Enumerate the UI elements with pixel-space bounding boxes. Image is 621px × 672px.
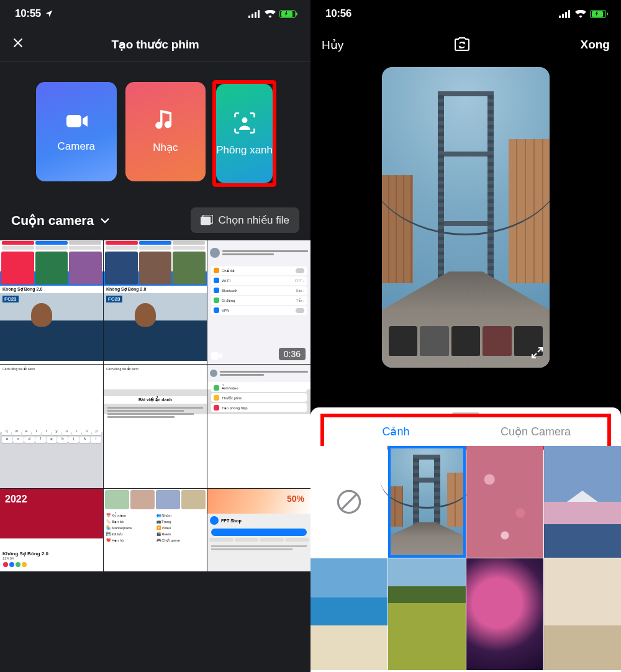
status-time: 10:56 (325, 7, 351, 20)
signal-icon (248, 10, 261, 18)
multi-select-button[interactable]: Chọn nhiều file (191, 207, 299, 233)
preview-area (310, 62, 621, 429)
battery-icon (279, 10, 296, 18)
thumb-badge: FC23 (106, 296, 122, 302)
gallery-thumb[interactable]: Ảnh/video Thước phim Tạo phòng họp (207, 365, 310, 488)
thumb-text: 124,0K (2, 556, 101, 560)
svg-rect-10 (559, 16, 561, 18)
gallery-thumb[interactable]: Cách đăng bài ẩn danh Bài viết ẩn danh (104, 365, 207, 488)
svg-rect-4 (66, 115, 81, 127)
mode-card-label: Nhạc (153, 141, 178, 154)
background-option[interactable] (310, 558, 388, 670)
sheet-handle[interactable] (452, 412, 479, 415)
video-icon (211, 352, 222, 360)
background-option[interactable] (388, 446, 465, 558)
background-option[interactable] (466, 558, 543, 670)
thumb-text: Không Sợ Bóng 2.0 (0, 286, 103, 293)
background-none[interactable] (310, 446, 388, 558)
wifi-icon (575, 10, 586, 18)
location-icon (45, 9, 53, 18)
nav-header: Tạo thước phim (0, 27, 310, 62)
thumb-text: Cách đăng bài ẩn danh (104, 365, 207, 374)
wifi-icon (265, 10, 276, 18)
background-option[interactable] (388, 558, 465, 670)
svg-rect-11 (562, 14, 564, 18)
highlight-green-screen: Phông xanh (214, 82, 274, 185)
editor-nav: Hủy Xong (310, 27, 621, 62)
status-bar: 10:55 (0, 0, 310, 27)
svg-rect-12 (565, 12, 567, 18)
screen-create-reel: 10:55 Tạo thước phim Camera Nhạc Phông x… (0, 0, 310, 672)
multi-select-label: Chọn nhiều file (218, 214, 289, 227)
dropdown-label: Cuộn camera (11, 213, 94, 228)
mode-card-label: Camera (58, 140, 95, 153)
gallery-thumb[interactable]: 50% FPT Shop (207, 489, 310, 571)
gallery-thumb[interactable]: 2022 Không Sợ Bóng 2.0 124,0K (0, 489, 103, 571)
signal-icon (559, 10, 571, 18)
tab-scenes[interactable]: Cảnh (326, 419, 466, 444)
gallery-thumb[interactable]: Không Sợ Bóng 2.0 FC23 (104, 240, 207, 364)
mode-card-camera[interactable]: Camera (36, 82, 117, 181)
done-button[interactable]: Xong (580, 38, 610, 52)
flip-camera-icon (453, 36, 471, 53)
background-option[interactable] (544, 446, 621, 558)
cancel-button[interactable]: Hủy (322, 38, 343, 52)
thumb-text: Cách đăng bài ẩn danh (0, 365, 103, 374)
gallery-thumb[interactable]: Chế độ Wi-FiFPT › BluetoothBật › Di động… (207, 240, 310, 364)
thumb-text: 2022 (5, 494, 27, 505)
thumb-badge: FC23 (2, 296, 19, 302)
flip-camera-button[interactable] (453, 36, 471, 53)
mode-cards-row: Camera Nhạc Phông xanh (0, 62, 310, 204)
battery-icon (590, 10, 606, 18)
gallery-thumb[interactable]: Không Sợ Bóng 2.0 FC23 (0, 240, 103, 364)
gallery-filter-bar: Cuộn camera Chọn nhiều file (0, 204, 310, 240)
svg-rect-2 (255, 12, 256, 18)
svg-rect-0 (248, 16, 250, 18)
background-option[interactable] (544, 558, 621, 670)
gallery-thumb[interactable]: 📅 Kỷ niệm👥 Nhóm 🏷️ Bạn bè📺 Trang 🏪 Marke… (104, 489, 207, 571)
no-background-icon (335, 488, 363, 515)
mode-card-label: Phông xanh (216, 144, 273, 157)
svg-point-5 (242, 117, 247, 123)
highlight-tabs: Cảnh Cuộn Camera (324, 417, 607, 446)
gallery-grid: Không Sợ Bóng 2.0 FC23 Không Sợ Bóng 2.0… (0, 240, 310, 571)
mode-card-music[interactable]: Nhạc (125, 82, 206, 181)
expand-icon[interactable] (531, 347, 543, 361)
music-icon (155, 110, 175, 132)
gallery-icon (201, 215, 213, 226)
gallery-thumb[interactable]: Cách đăng bài ẩn danh qwertyuiop asdfghj… (0, 365, 103, 488)
camera-roll-dropdown[interactable]: Cuộn camera (11, 213, 110, 228)
mode-card-green-screen[interactable]: Phông xanh (216, 84, 273, 183)
tab-camera-roll[interactable]: Cuộn Camera (466, 419, 605, 444)
thumb-text: 50% (287, 494, 304, 504)
status-time: 10:55 (15, 7, 41, 20)
video-duration: 0:36 (279, 348, 306, 360)
status-bar: 10:56 (310, 0, 621, 27)
chevron-down-icon (100, 217, 110, 224)
thumb-text: Không Sợ Bóng 2.0 (2, 551, 101, 556)
svg-rect-3 (258, 10, 260, 18)
screen-green-screen-editor: 10:56 Hủy Xong (310, 0, 621, 672)
svg-point-8 (204, 218, 206, 220)
svg-rect-1 (252, 14, 253, 18)
thumb-text: Bài viết ẩn danh (104, 396, 207, 404)
page-title: Tạo thước phim (0, 37, 310, 52)
thumb-text: Không Sợ Bóng 2.0 (104, 286, 207, 293)
green-screen-icon (232, 111, 257, 135)
background-grid (310, 446, 621, 670)
camera-icon (64, 111, 89, 132)
background-preview[interactable] (382, 67, 550, 368)
svg-rect-13 (568, 10, 570, 18)
background-option[interactable] (466, 446, 543, 558)
svg-rect-9 (211, 352, 219, 360)
background-picker-sheet: Cảnh Cuộn Camera (310, 407, 621, 672)
